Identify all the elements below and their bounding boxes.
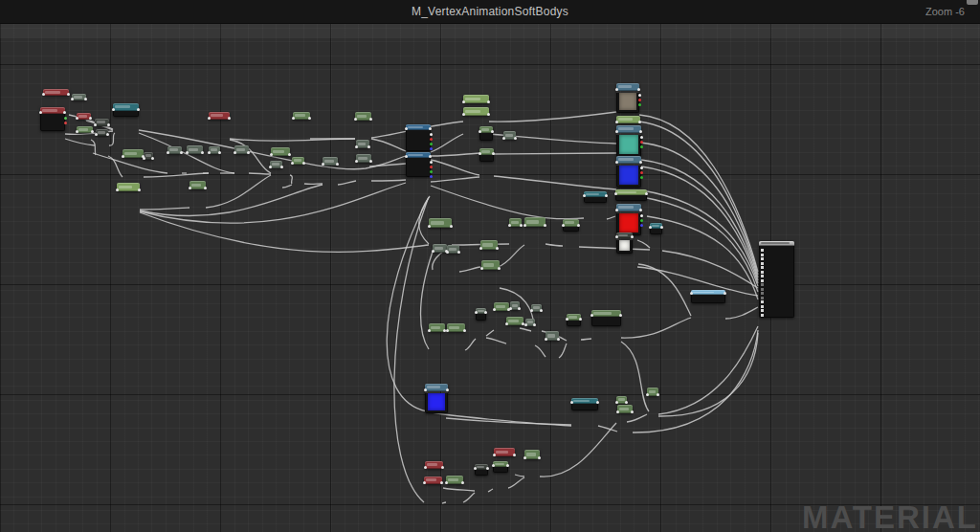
- input-pin-icon[interactable]: [761, 283, 764, 286]
- pin-icon[interactable]: [167, 151, 169, 154]
- input-pin-icon[interactable]: [761, 254, 764, 256]
- pin-icon[interactable]: [186, 151, 189, 154]
- pin-icon[interactable]: [506, 464, 509, 467]
- pin-icon[interactable]: [557, 338, 560, 341]
- texture-sample-node[interactable]: [425, 384, 448, 413]
- pin-icon[interactable]: [508, 224, 511, 227]
- pin-icon[interactable]: [615, 161, 618, 164]
- input-pin-icon[interactable]: [761, 266, 764, 269]
- pin-icon[interactable]: [151, 157, 154, 160]
- pin-icon[interactable]: [514, 137, 517, 140]
- material-expression-node[interactable]: [356, 140, 369, 148]
- parameter-node[interactable]: [40, 107, 65, 131]
- pin-icon[interactable]: [690, 292, 693, 295]
- function-node[interactable]: [650, 223, 662, 234]
- pin-icon[interactable]: [292, 117, 295, 120]
- material-expression-node[interactable]: [447, 245, 459, 254]
- pin-icon[interactable]: [369, 118, 372, 121]
- material-expression-node[interactable]: [479, 126, 493, 141]
- material-expression-node[interactable]: [463, 107, 489, 116]
- material-expression-node[interactable]: [493, 461, 508, 473]
- pin-icon[interactable]: [577, 224, 580, 227]
- pin-icon[interactable]: [492, 152, 495, 155]
- material-expression-node[interactable]: [567, 314, 581, 326]
- pin-icon[interactable]: [462, 100, 465, 103]
- pin-icon[interactable]: [640, 214, 643, 217]
- pin-icon[interactable]: [545, 338, 547, 341]
- texture-sample-node[interactable]: [616, 233, 633, 254]
- pin-icon[interactable]: [430, 161, 433, 164]
- pin-icon[interactable]: [430, 147, 433, 150]
- pin-icon[interactable]: [544, 224, 546, 227]
- material-expression-node[interactable]: [524, 217, 546, 227]
- pin-icon[interactable]: [42, 93, 45, 96]
- pin-icon[interactable]: [122, 155, 124, 158]
- pin-icon[interactable]: [596, 401, 599, 404]
- pin-icon[interactable]: [562, 224, 565, 227]
- pin-icon[interactable]: [640, 145, 643, 148]
- pin-icon[interactable]: [308, 117, 311, 120]
- pin-icon[interactable]: [637, 88, 640, 91]
- pin-icon[interactable]: [505, 322, 508, 325]
- pin-icon[interactable]: [625, 401, 628, 404]
- pin-icon[interactable]: [71, 98, 74, 100]
- material-expression-node[interactable]: [615, 189, 647, 201]
- pin-icon[interactable]: [493, 308, 496, 311]
- material-expression-node[interactable]: [546, 331, 559, 341]
- parameter-node[interactable]: [77, 113, 91, 120]
- pin-icon[interactable]: [615, 130, 618, 133]
- pin-icon[interactable]: [450, 225, 453, 228]
- input-pin-icon[interactable]: [761, 309, 764, 312]
- pin-icon[interactable]: [640, 224, 643, 227]
- input-pin-icon[interactable]: [761, 300, 764, 303]
- material-expression-node[interactable]: [323, 157, 338, 166]
- pin-icon[interactable]: [84, 98, 87, 100]
- pin-icon[interactable]: [430, 170, 433, 173]
- pin-icon[interactable]: [89, 117, 92, 120]
- pin-icon[interactable]: [462, 113, 465, 116]
- material-expression-node[interactable]: [616, 396, 627, 404]
- material-expression-node[interactable]: [503, 131, 516, 140]
- pin-icon[interactable]: [491, 130, 494, 133]
- pin-icon[interactable]: [204, 187, 207, 189]
- pin-icon[interactable]: [640, 166, 643, 169]
- pin-icon[interactable]: [479, 130, 481, 133]
- pin-icon[interactable]: [640, 136, 643, 139]
- pin-icon[interactable]: [430, 175, 433, 178]
- pin-icon[interactable]: [615, 235, 618, 238]
- pin-icon[interactable]: [724, 292, 726, 295]
- pin-icon[interactable]: [639, 130, 642, 133]
- material-expression-node[interactable]: [494, 302, 509, 311]
- pin-icon[interactable]: [143, 157, 145, 160]
- pin-icon[interactable]: [566, 318, 568, 321]
- pin-icon[interactable]: [660, 226, 663, 229]
- pin-icon[interactable]: [64, 117, 67, 120]
- pin-icon[interactable]: [638, 121, 641, 123]
- pin-icon[interactable]: [639, 209, 642, 211]
- material-expression-node[interactable]: [525, 319, 535, 326]
- material-expression-node[interactable]: [355, 112, 371, 121]
- pin-icon[interactable]: [369, 160, 372, 163]
- parameter-node[interactable]: [425, 461, 443, 469]
- pin-icon[interactable]: [76, 117, 78, 120]
- pin-icon[interactable]: [291, 162, 294, 165]
- pin-icon[interactable]: [234, 151, 236, 154]
- pin-icon[interactable]: [405, 127, 408, 130]
- pin-icon[interactable]: [615, 209, 618, 211]
- pin-icon[interactable]: [269, 166, 272, 168]
- pin-icon[interactable]: [446, 388, 449, 391]
- parameter-node[interactable]: [209, 112, 230, 120]
- pin-icon[interactable]: [493, 454, 496, 456]
- pin-icon[interactable]: [457, 251, 460, 254]
- pin-icon[interactable]: [640, 219, 643, 222]
- material-expression-node[interactable]: [122, 149, 144, 158]
- input-pin-icon[interactable]: [761, 279, 764, 282]
- pin-icon[interactable]: [475, 311, 478, 314]
- pin-icon[interactable]: [368, 145, 370, 148]
- input-pin-icon[interactable]: [761, 262, 764, 265]
- material-expression-node[interactable]: [356, 154, 371, 163]
- pin-icon[interactable]: [336, 163, 339, 166]
- material-expression-node[interactable]: [475, 464, 488, 476]
- pin-icon[interactable]: [270, 153, 273, 156]
- pin-icon[interactable]: [424, 466, 427, 469]
